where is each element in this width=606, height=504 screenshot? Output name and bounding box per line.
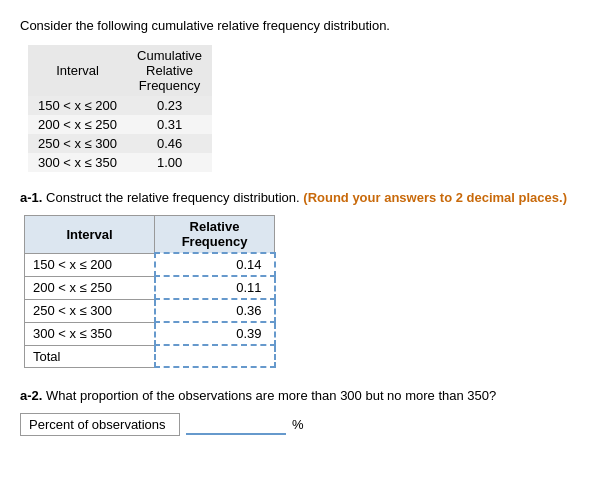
table-row: 250 < x ≤ 300 0.46 (28, 134, 212, 153)
rel-row-1-interval: 150 < x ≤ 200 (25, 253, 155, 276)
percent-of-observations-input[interactable] (186, 414, 286, 435)
table-row: 200 < x ≤ 250 0.31 (28, 115, 212, 134)
given-table-interval-header: Interval (28, 45, 127, 96)
a1-note: (Round your answers to 2 decimal places.… (303, 190, 567, 205)
rel-row-3-interval: 250 < x ≤ 300 (25, 299, 155, 322)
given-row-1-value: 0.23 (127, 96, 212, 115)
intro-text: Consider the following cumulative relati… (20, 18, 586, 33)
rel-row-2-input[interactable]: 0.11 (155, 276, 275, 299)
given-row-3-interval: 250 < x ≤ 300 (28, 134, 127, 153)
rel-freq-freq-header: RelativeFrequency (155, 216, 275, 254)
table-row: 150 < x ≤ 200 0.23 (28, 96, 212, 115)
given-row-3-value: 0.46 (127, 134, 212, 153)
table-row: 250 < x ≤ 300 0.36 (25, 299, 275, 322)
percent-sign: % (292, 417, 304, 432)
section-a2: a-2. What proportion of the observations… (20, 388, 586, 436)
given-table-freq-header: Cumulative Relative Frequency (127, 45, 212, 96)
rel-freq-interval-header: Interval (25, 216, 155, 254)
given-row-2-interval: 200 < x ≤ 250 (28, 115, 127, 134)
rel-row-4-interval: 300 < x ≤ 350 (25, 322, 155, 345)
table-row: 300 < x ≤ 350 0.39 (25, 322, 275, 345)
a1-bold-label: a-1. (20, 190, 42, 205)
given-row-2-value: 0.31 (127, 115, 212, 134)
given-row-4-value: 1.00 (127, 153, 212, 172)
table-row-total: Total (25, 345, 275, 367)
total-value-input[interactable] (155, 345, 275, 367)
a2-bold-label: a-2. (20, 388, 42, 403)
given-row-4-interval: 300 < x ≤ 350 (28, 153, 127, 172)
percent-of-observations-label: Percent of observations (20, 413, 180, 436)
rel-row-3-input[interactable]: 0.36 (155, 299, 275, 322)
total-label: Total (25, 345, 155, 367)
table-row: 150 < x ≤ 200 0.14 (25, 253, 275, 276)
section-a1-label: a-1. Construct the relative frequency di… (20, 190, 586, 205)
a1-text: Construct the relative frequency distrib… (46, 190, 300, 205)
given-table: Interval Cumulative Relative Frequency 1… (28, 45, 212, 172)
rel-row-2-interval: 200 < x ≤ 250 (25, 276, 155, 299)
table-row: 300 < x ≤ 350 1.00 (28, 153, 212, 172)
rel-row-1-input[interactable]: 0.14 (155, 253, 275, 276)
percent-row: Percent of observations % (20, 413, 586, 436)
a2-text: a-2. What proportion of the observations… (20, 388, 586, 403)
given-row-1-interval: 150 < x ≤ 200 (28, 96, 127, 115)
table-row: 200 < x ≤ 250 0.11 (25, 276, 275, 299)
rel-freq-table: Interval RelativeFrequency 150 < x ≤ 200… (24, 215, 276, 368)
rel-row-4-input[interactable]: 0.39 (155, 322, 275, 345)
a2-question: What proportion of the observations are … (46, 388, 496, 403)
